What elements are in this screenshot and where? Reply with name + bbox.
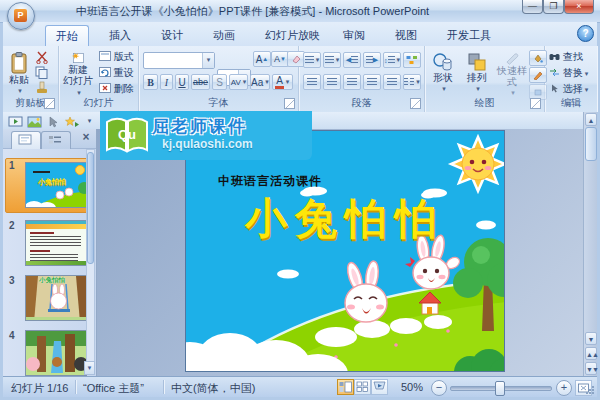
slide-sorter-button[interactable]	[354, 379, 371, 395]
thumb-1-title: 小兔怕怕	[26, 177, 78, 187]
replace-button[interactable]: 替换▾	[549, 67, 588, 79]
align-center-button[interactable]	[323, 74, 341, 90]
vertical-scrollbar[interactable]: ▲ ▼ ▲▲ ▼▼	[583, 112, 597, 376]
tab-home[interactable]: 开始	[45, 25, 89, 47]
slide-3-thumbnail[interactable]: 小兔怕怕	[25, 275, 87, 321]
panel-close-icon[interactable]: ×	[79, 131, 93, 145]
align-right-button[interactable]	[343, 74, 361, 90]
underline-button[interactable]: U	[175, 74, 189, 90]
tab-review[interactable]: 审阅	[333, 25, 375, 46]
justify-button[interactable]	[363, 74, 381, 90]
arrange-button[interactable]: 排列 ▾	[461, 48, 493, 98]
slide-canvas[interactable]: 中班语言活动课件 小兔怕怕	[185, 130, 505, 372]
thumbnail-row-2[interactable]: 2	[5, 218, 93, 270]
align-left-button[interactable]	[303, 74, 321, 90]
office-button[interactable]: P	[7, 2, 35, 30]
animation-preview-button[interactable]	[64, 113, 83, 129]
font-color-button[interactable]: A▾	[272, 74, 293, 90]
slideshow-view-button[interactable]	[371, 379, 388, 395]
italic-button[interactable]: I	[160, 74, 173, 90]
group-font: ▾ ▾ A▲ A▼ B I U abe S AV▾ Aa▾ A▾ 字体	[139, 46, 299, 112]
quick-styles-button[interactable]: 快速样式 ▾	[495, 48, 529, 98]
tab-insert[interactable]: 插入	[99, 25, 141, 46]
thumbnail-row-4[interactable]: 4	[5, 328, 93, 376]
zoom-level[interactable]: 50%	[401, 381, 423, 393]
text-shadow-button[interactable]: S	[212, 74, 227, 90]
quick-styles-label: 快速样式	[495, 65, 529, 87]
font-name-combo[interactable]: ▾	[143, 52, 215, 69]
character-spacing-button[interactable]: AV▾	[229, 74, 248, 90]
slide-subtitle-text[interactable]: 中班语言活动课件	[218, 173, 322, 190]
slideshow-icon	[8, 116, 23, 128]
close-button[interactable]: ×	[564, 0, 594, 14]
resize-grip[interactable]	[585, 385, 595, 395]
find-button[interactable]: 查找	[549, 51, 583, 62]
outline-tab[interactable]	[41, 131, 71, 149]
scroll-down-icon[interactable]: ▼	[585, 332, 597, 345]
thumbnail-row-3[interactable]: 3 小兔怕怕	[5, 273, 93, 325]
thumbnail-row-1[interactable]: 1 小兔怕怕	[5, 158, 93, 215]
slide-number: 1	[9, 160, 15, 171]
zoom-out-button[interactable]: −	[431, 380, 447, 396]
reset-button[interactable]: 重设	[99, 67, 134, 78]
delete-slide-button[interactable]: 删除	[99, 83, 134, 94]
distribute-button[interactable]	[383, 74, 401, 90]
clipboard-dialog-launcher[interactable]	[44, 98, 55, 109]
new-slide-button[interactable]: 新建 幻灯片▾	[61, 48, 95, 98]
shapes-button[interactable]: 形状 ▾	[427, 48, 459, 98]
line-spacing-button[interactable]: ↕▾	[383, 52, 401, 68]
bullets-button[interactable]: ▾	[303, 52, 321, 68]
grow-font-button[interactable]: A▲	[253, 51, 271, 67]
paste-button[interactable]: 粘贴 ▾	[5, 48, 33, 96]
smartart-icon	[406, 55, 418, 65]
clipboard-icon	[10, 52, 28, 74]
theme-name: “Office 主题”	[83, 381, 144, 396]
panel-scroll-down-icon[interactable]: ▼	[84, 361, 95, 375]
slide-counter: 幻灯片 1/16	[11, 381, 68, 396]
drawing-dialog-launcher[interactable]	[530, 98, 541, 109]
insert-picture-button[interactable]	[26, 113, 45, 129]
columns-button[interactable]: ▾	[403, 74, 421, 90]
slideshow-from-start-button[interactable]	[7, 113, 26, 129]
maximize-button[interactable]: ❐	[543, 0, 564, 14]
scrollbar-thumb[interactable]	[585, 127, 597, 161]
help-icon[interactable]: ?	[577, 25, 594, 42]
tab-view[interactable]: 视图	[385, 25, 427, 46]
group-clipboard: 粘贴 ▾ 剪贴板	[3, 46, 59, 112]
increase-indent-button[interactable]: ▶	[363, 52, 381, 68]
panel-scrollbar[interactable]	[86, 149, 95, 362]
slide-2-thumbnail[interactable]	[25, 220, 87, 266]
tab-slideshow[interactable]: 幻灯片放映	[255, 25, 330, 46]
strikethrough-button[interactable]: abe	[191, 74, 210, 90]
font-name-dropdown-icon[interactable]: ▾	[202, 53, 214, 68]
tab-design[interactable]: 设计	[151, 25, 193, 46]
qat-customize-dropdown[interactable]: ▾	[83, 113, 96, 129]
zoom-slider-thumb[interactable]	[495, 381, 505, 396]
change-case-button[interactable]: Aa▾	[250, 74, 270, 90]
select-button[interactable]: 选择▾	[549, 83, 588, 95]
zoom-in-button[interactable]: +	[556, 380, 572, 396]
convert-smartart-button[interactable]	[403, 52, 421, 68]
reset-icon	[99, 67, 111, 77]
tab-developer[interactable]: 开发工具	[437, 25, 501, 46]
find-icon	[549, 52, 560, 61]
tab-animations[interactable]: 动画	[203, 25, 245, 46]
paragraph-dialog-launcher[interactable]	[410, 98, 421, 109]
bold-button[interactable]: B	[143, 74, 158, 90]
slide-title-text[interactable]: 小兔怕怕	[186, 191, 504, 247]
format-painter-icon	[35, 81, 49, 94]
slide-4-thumbnail[interactable]	[25, 330, 87, 376]
slide-1-thumbnail[interactable]: 小兔怕怕	[25, 162, 87, 208]
panel-scrollbar-thumb[interactable]	[87, 152, 94, 264]
pointer-tool-button[interactable]	[45, 113, 64, 129]
minimize-button[interactable]: —	[522, 0, 543, 14]
font-dialog-launcher[interactable]	[284, 98, 295, 109]
decrease-indent-button[interactable]: ◀	[343, 52, 361, 68]
slides-tab[interactable]	[11, 131, 41, 149]
numbering-button[interactable]: ▾	[323, 52, 341, 68]
watermark-name: 屈老师课件	[152, 115, 247, 138]
previous-slide-button[interactable]: ▲▲	[585, 347, 597, 360]
normal-view-button[interactable]	[337, 379, 354, 395]
next-slide-button[interactable]: ▼▼	[585, 362, 597, 375]
scroll-up-icon[interactable]: ▲	[585, 113, 597, 126]
